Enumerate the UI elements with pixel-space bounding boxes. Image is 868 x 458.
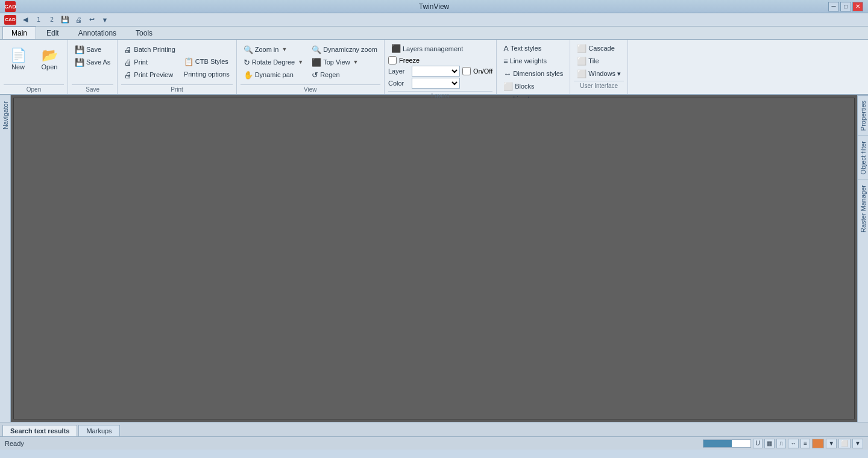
raster-manager-tab[interactable]: Raster Manager (858, 180, 868, 237)
dynamiczny-zoom-button[interactable]: 🔍 Dynamiczny zoom (309, 43, 380, 55)
qa-undo-btn[interactable]: ↩ (86, 14, 98, 25)
dimension-styles-button[interactable]: ↔ Dimension styles (500, 67, 566, 80)
dynamic-pan-button[interactable]: ✋ Dynamic pan (241, 69, 306, 81)
qa-print-btn[interactable]: 🖨 (72, 14, 84, 25)
layers-icon: ⬛ (391, 44, 401, 53)
qa-dropdown-btn[interactable]: ▼ (99, 14, 111, 25)
qa-num1-btn[interactable]: 1 (33, 14, 45, 25)
zoom-in-button[interactable]: 🔍 Zoom in ▼ (241, 43, 306, 55)
printing-options-button[interactable]: Printing options (181, 68, 233, 80)
status-btn-color[interactable] (812, 439, 824, 448)
regen-button[interactable]: ↺ Regen (309, 69, 380, 81)
qa-back-btn[interactable]: ◀ (19, 14, 31, 25)
text-styles-icon: A (503, 44, 509, 53)
print-preview-icon: 🖨 (124, 71, 132, 80)
ribbon-tabs: Main Edit Annotations Tools (0, 27, 868, 40)
ribbon: 📄 New 📂 Open Open 💾 Save 💾 Save As (0, 40, 868, 95)
layers-group: ⬛ Layers management Freeze Layer On/Off … (385, 40, 497, 94)
new-icon: 📄 (10, 49, 27, 62)
color-select[interactable] (412, 78, 460, 89)
qa-save-btn[interactable]: 💾 (59, 14, 71, 25)
blocks-icon: ⬜ (503, 82, 513, 91)
navigator-panel[interactable]: Navigator (0, 95, 11, 422)
tab-edit[interactable]: Edit (37, 27, 68, 39)
batch-print-icon: 🖨 (124, 45, 132, 54)
new-button[interactable]: 📄 New (4, 42, 33, 77)
view-group-label: View (241, 84, 380, 94)
batch-printing-button[interactable]: 🖨 Batch Printing (121, 43, 178, 55)
save-as-icon: 💾 (75, 58, 84, 67)
color-row: Color (388, 78, 492, 89)
save-as-button[interactable]: 💾 Save As (72, 56, 113, 68)
status-btn-grid[interactable]: ▦ (764, 439, 775, 448)
print-group: 🖨 Batch Printing 🖨 Print 🖨 Print Preview… (118, 40, 236, 94)
open-icon: 📂 (42, 49, 58, 62)
right-panel: Properties Object filter Raster Manager (857, 95, 868, 422)
status-btn-layer[interactable]: ⬜ (838, 439, 851, 448)
top-view-button[interactable]: ⬛ Top View ▼ (309, 56, 380, 68)
status-tools: U ▦ ⎍ ↔ ≡ ▼ ⬜ ▼ (703, 439, 863, 448)
pan-icon: ✋ (244, 71, 253, 80)
freeze-checkbox[interactable] (388, 56, 397, 64)
rotate-icon: ↻ (244, 58, 250, 67)
rotate-degree-button[interactable]: ↻ Rotate Degree ▼ (241, 56, 306, 68)
windows-button[interactable]: ⬜ Windows ▾ (574, 67, 624, 80)
text-styles-button[interactable]: A Text styles (500, 42, 566, 54)
minimize-button[interactable]: ─ (828, 2, 839, 11)
layers-management-button[interactable]: ⬛ Layers management (388, 42, 492, 55)
status-btn-layer-dropdown[interactable]: ▼ (852, 439, 863, 448)
top-view-dropdown-icon: ▼ (353, 59, 359, 65)
print-icon: 🖨 (124, 58, 132, 67)
open-group: 📄 New 📂 Open Open (0, 40, 68, 94)
tile-icon: ⬜ (577, 57, 587, 66)
status-btn-snap[interactable]: ⎍ (776, 439, 786, 448)
maximize-button[interactable]: □ (840, 2, 851, 11)
on-off-checkbox[interactable] (462, 67, 471, 75)
qa-num2-btn[interactable]: 2 (46, 14, 58, 25)
ui-group-label: User Interface (574, 81, 624, 90)
ctb-styles-button[interactable]: 📋 CTB Styles (181, 55, 233, 67)
quick-access-toolbar: CAD ◀ 1 2 💾 🖨 ↩ ▼ (0, 13, 868, 27)
status-btn-polar[interactable]: ≡ (800, 439, 810, 448)
layer-select[interactable] (412, 66, 460, 77)
markups-tab[interactable]: Markups (78, 425, 119, 436)
properties-tab[interactable]: Properties (858, 95, 868, 136)
app-logo-btn[interactable]: CAD (2, 14, 18, 25)
print-button[interactable]: 🖨 Print (121, 56, 178, 68)
line-weights-button[interactable]: ≡ Line weights (500, 55, 566, 67)
object-filter-tab[interactable]: Object filter (858, 136, 868, 180)
blocks-button[interactable]: ⬜ Blocks (500, 80, 566, 92)
ui-group: ⬜ Cascade ⬜ Tile ⬜ Windows ▾ User Interf… (570, 40, 628, 94)
print-preview-button[interactable]: 🖨 Print Preview (121, 69, 178, 81)
titlebar: CAD TwinView ─ □ ✕ (0, 0, 868, 13)
print-group-label: Print (121, 84, 232, 94)
save-group: 💾 Save 💾 Save As Save (68, 40, 118, 94)
definitions-group: A Text styles ≡ Line weights ↔ Dimension… (497, 40, 570, 94)
close-button[interactable]: ✕ (852, 2, 863, 11)
bottom-tabs: Search text results Markups (0, 422, 868, 436)
status-btn-color-dropdown[interactable]: ▼ (826, 439, 837, 448)
status-ready-label: Ready (5, 440, 24, 447)
tab-annotations[interactable]: Annotations (69, 27, 125, 39)
app-icon: CAD (5, 1, 16, 12)
view-group: 🔍 Zoom in ▼ ↻ Rotate Degree ▼ ✋ Dynamic … (237, 40, 385, 94)
canvas-area[interactable] (13, 98, 855, 419)
windows-icon: ⬜ (577, 69, 587, 78)
tab-main[interactable]: Main (2, 27, 36, 39)
dim-styles-icon: ↔ (503, 69, 511, 78)
status-btn-ortho[interactable]: ↔ (788, 439, 799, 448)
line-weights-icon: ≡ (503, 57, 508, 66)
window-controls: ─ □ ✕ (828, 2, 863, 11)
search-text-tab[interactable]: Search text results (2, 425, 77, 436)
freeze-row: Freeze (388, 56, 492, 64)
open-button[interactable]: 📂 Open (35, 42, 64, 77)
save-button[interactable]: 💾 Save (72, 43, 113, 55)
cascade-icon: ⬜ (577, 44, 587, 53)
status-btn-u[interactable]: U (753, 439, 763, 448)
app-title: TwinView (419, 2, 449, 11)
progress-fill (703, 440, 732, 447)
tab-tools[interactable]: Tools (127, 27, 162, 39)
tile-button[interactable]: ⬜ Tile (574, 55, 624, 67)
cascade-button[interactable]: ⬜ Cascade (574, 42, 624, 54)
regen-icon: ↺ (312, 71, 318, 80)
